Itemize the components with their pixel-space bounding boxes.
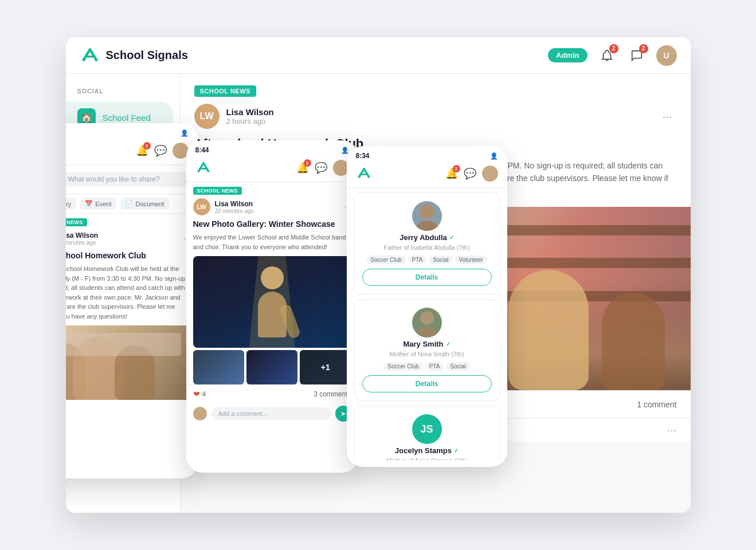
svg-point-11 bbox=[417, 327, 437, 337]
directory-person-1: Jerry Abdulla ✓ Father of Isabella Abdul… bbox=[354, 192, 500, 294]
messages-badge: 2 bbox=[639, 44, 648, 53]
svg-point-10 bbox=[420, 311, 434, 325]
phone2-nav-icons: 🔔 2 💬 bbox=[296, 160, 349, 176]
directory-person-3: JS Jocelyn Stamps ✓ Mother of Anna Stamp… bbox=[354, 406, 500, 460]
phone-3: 8:34 👤 🔔 2 💬 bbox=[347, 146, 507, 467]
desktop-window: School Signals Admin 2 2 U SOCIAL bbox=[66, 37, 691, 513]
person-icon-3: 👤 bbox=[490, 152, 498, 160]
person1-tag-2: PTA bbox=[408, 256, 427, 264]
phone3-status-icons: 👤 bbox=[490, 152, 498, 160]
directory-person-2: Mary Smith ✓ Mother of Nora Smith (7th) … bbox=[354, 299, 500, 401]
phone1-author-time: 2 minutes ago bbox=[66, 239, 99, 246]
phone2-post-header: LW Lisa Wilson 20 minutes ago ··· bbox=[186, 198, 358, 219]
gallery-label: Gallery bbox=[66, 201, 72, 207]
phone1-author-name: Lisa Wilson bbox=[66, 231, 99, 239]
phone2-nav: 🔔 2 💬 bbox=[186, 158, 358, 182]
notification-button[interactable]: 2 bbox=[597, 45, 617, 66]
person1-details-button[interactable]: Details bbox=[362, 269, 492, 286]
share-actions: 🖼 Gallery 📅 Event 📄 Document bbox=[66, 194, 198, 214]
event-button[interactable]: 📅 Event bbox=[80, 198, 116, 210]
reaction-number: 4 bbox=[202, 390, 206, 398]
comment-add-input[interactable]: Add a comment... bbox=[211, 407, 331, 420]
person1-tags: Soccer Club PTA Social Volunteer bbox=[366, 256, 487, 264]
phone1-bell-button[interactable]: 🔔 2 bbox=[136, 144, 148, 157]
phone2-logo-icon bbox=[195, 160, 211, 176]
comment-count[interactable]: 1 comment bbox=[637, 400, 676, 409]
verified-icon-2: ✓ bbox=[446, 341, 451, 347]
post-more-button[interactable]: ··· bbox=[658, 108, 677, 125]
svg-point-5 bbox=[207, 170, 209, 172]
phone1-post-title: Afterschool Homework Club bbox=[66, 250, 198, 264]
person1-tag-1: Soccer Club bbox=[366, 256, 405, 264]
phone2-thumb-2[interactable] bbox=[246, 350, 297, 384]
phone2-thumb-3[interactable]: +1 bbox=[300, 350, 351, 384]
phone2-author-info: Lisa Wilson 20 minutes ago bbox=[215, 200, 254, 214]
phone1-chat-button[interactable]: 💬 bbox=[154, 144, 167, 157]
phone1-nav: 🔔 2 💬 bbox=[66, 140, 198, 165]
nav-brand: School Signals bbox=[80, 45, 188, 66]
person1-tag-4: Volunteer bbox=[455, 256, 487, 264]
phone2-status-bar: 8:44 👤 bbox=[186, 140, 358, 158]
phone1-author: LW Lisa Wilson 2 minutes ago bbox=[66, 230, 99, 247]
person2-role: Mother of Nora Smith (7th) bbox=[389, 351, 464, 358]
phone2-notification-badge: 2 bbox=[304, 159, 311, 167]
brand-logo-icon bbox=[80, 45, 100, 66]
verified-icon-1: ✓ bbox=[449, 234, 454, 241]
person2-details-button[interactable]: Details bbox=[362, 375, 492, 392]
gallery-button[interactable]: 🖼 Gallery bbox=[66, 198, 76, 210]
document-button[interactable]: 📄 Document bbox=[120, 198, 169, 210]
phone2-post-tag: SCHOOL NEWS bbox=[193, 187, 242, 195]
document-label: Document bbox=[135, 201, 164, 207]
author-name: Lisa Wilson bbox=[226, 107, 274, 117]
person-icon: 👤 bbox=[181, 129, 189, 137]
phone2-author: LW Lisa Wilson 20 minutes ago bbox=[193, 198, 254, 215]
plus-overlay: +1 bbox=[300, 350, 351, 384]
phone3-time: 8:34 bbox=[356, 152, 370, 160]
admin-badge[interactable]: Admin bbox=[548, 48, 587, 62]
phone1-post-image bbox=[66, 325, 198, 400]
svg-point-4 bbox=[197, 170, 199, 172]
phone1-content: What would you like to share? 🖼 Gallery … bbox=[66, 165, 198, 472]
phone2-status-icons: 👤 bbox=[341, 147, 349, 154]
phone1-post-body: The Afterschool Homework Club will be he… bbox=[66, 264, 198, 325]
phone2-bell-button[interactable]: 🔔 2 bbox=[296, 162, 309, 174]
phone2-author-time: 20 minutes ago bbox=[215, 208, 254, 214]
phone2-post-body: We enjoyed the Lower School and Middle S… bbox=[186, 233, 358, 256]
svg-point-0 bbox=[82, 58, 85, 61]
person2-avatar bbox=[412, 308, 442, 337]
svg-point-6 bbox=[358, 176, 360, 178]
svg-point-1 bbox=[95, 58, 97, 61]
notification-badge: 2 bbox=[609, 44, 618, 53]
share-bar: What would you like to share? bbox=[66, 165, 198, 194]
person1-tag-3: Social bbox=[429, 256, 452, 264]
phone2-chat-button[interactable]: 💬 bbox=[315, 162, 327, 174]
mobile-screens-overlay: 7:08 👤 🔔 2 💬 bbox=[66, 123, 507, 478]
phone2-time: 8:44 bbox=[195, 146, 209, 154]
person3-avatar: JS bbox=[412, 414, 442, 444]
phone2-post-footer: ❤ 4 3 comments bbox=[186, 384, 358, 403]
phone3-user-avatar[interactable] bbox=[482, 166, 498, 182]
phone2-author-avatar: LW bbox=[193, 198, 210, 215]
share-input[interactable]: What would you like to share? bbox=[66, 172, 191, 187]
sidebar-label-school-feed: School Feed bbox=[103, 113, 151, 123]
phone1-post-header: LW Lisa Wilson 2 minutes ago ··· bbox=[66, 230, 198, 250]
messages-button[interactable]: 2 bbox=[626, 45, 647, 66]
nav-actions: Admin 2 2 U bbox=[548, 45, 676, 66]
phone3-bell-button[interactable]: 🔔 2 bbox=[445, 167, 458, 180]
sidebar-section-label: SOCIAL bbox=[66, 88, 180, 95]
phone-1: 7:08 👤 🔔 2 💬 bbox=[66, 123, 198, 478]
phone2-thumb-1[interactable] bbox=[193, 350, 244, 384]
phone2-author-name: Lisa Wilson bbox=[215, 200, 254, 208]
top-nav: School Signals Admin 2 2 U bbox=[66, 37, 691, 74]
phone2-comment-count: 3 comments bbox=[314, 390, 351, 398]
app-name: School Signals bbox=[106, 49, 188, 62]
user-avatar[interactable]: U bbox=[656, 45, 677, 66]
event-icon: 📅 bbox=[85, 200, 93, 207]
phone3-chat-button[interactable]: 💬 bbox=[464, 167, 476, 180]
person2-tag-3: Social bbox=[446, 362, 469, 371]
phone1-post-tag: SCHOOL NEWS bbox=[66, 218, 87, 226]
heart-icon: ❤ bbox=[193, 390, 200, 399]
phone1-notification-badge: 2 bbox=[143, 142, 151, 150]
phone3-content: Jerry Abdulla ✓ Father of Isabella Abdul… bbox=[347, 188, 507, 460]
post-actions-more-button[interactable]: ··· bbox=[667, 423, 677, 437]
